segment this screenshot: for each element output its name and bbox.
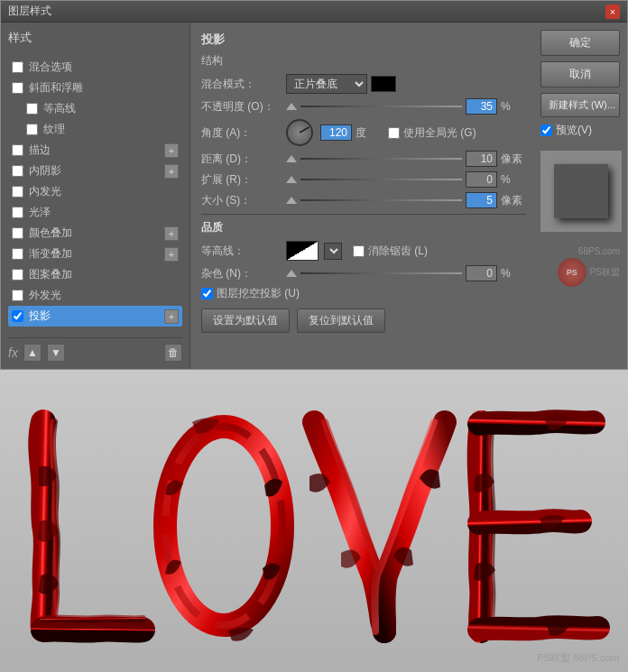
right-area: 投影 结构 混合模式： 正片叠底 不透明度 (O)： xyxy=(190,23,627,369)
outer-glow-checkbox[interactable] xyxy=(12,290,23,301)
anti-alias-row: 消除锯齿 (L) xyxy=(353,244,428,259)
blend-mode-label: 混合模式： xyxy=(201,77,282,92)
move-up-button[interactable]: ▲ xyxy=(23,344,42,362)
angle-label: 角度 (A)： xyxy=(201,125,282,141)
sidebar-item-pattern-overlay[interactable]: 图案叠加 xyxy=(8,264,182,285)
outer-glow-label: 外发光 xyxy=(29,288,179,303)
letter-V xyxy=(309,422,445,631)
fx-label: fx xyxy=(8,345,18,360)
size-slider xyxy=(286,197,462,204)
dialog-buttons-column: 确定 取消 新建样式 (W)... 预览(V) 68PS.com xyxy=(537,23,627,369)
noise-slider-handle[interactable] xyxy=(286,270,297,277)
noise-unit: % xyxy=(501,267,526,280)
size-slider-handle[interactable] xyxy=(286,197,297,204)
distance-slider-handle[interactable] xyxy=(286,155,297,162)
inner-shadow-checkbox[interactable] xyxy=(12,165,23,177)
color-overlay-checkbox[interactable] xyxy=(12,227,23,239)
canvas-area: PS联盟 68PS.com xyxy=(0,370,628,672)
blending-label: 混合选项 xyxy=(29,60,179,75)
sidebar-item-gradient-overlay[interactable]: 渐变叠加 + xyxy=(8,244,182,264)
sidebar-item-contour[interactable]: 等高线 xyxy=(8,98,182,119)
letter-L xyxy=(38,422,143,631)
size-input[interactable] xyxy=(466,192,497,208)
noise-slider xyxy=(286,270,462,277)
noise-label: 杂色 (N)： xyxy=(201,266,282,281)
new-style-button[interactable]: 新建样式 (W)... xyxy=(540,93,620,117)
contour-checkbox[interactable] xyxy=(26,103,38,115)
action-buttons: 设置为默认值 复位到默认值 xyxy=(201,308,526,333)
color-overlay-plus-icon[interactable]: + xyxy=(164,226,179,241)
spread-slider xyxy=(286,176,462,183)
spread-input[interactable] xyxy=(466,171,497,188)
right-top-section: 投影 结构 混合模式： 正片叠底 不透明度 (O)： xyxy=(190,23,627,369)
contour-swatch[interactable] xyxy=(286,241,319,261)
close-button[interactable]: × xyxy=(605,5,620,19)
blending-checkbox[interactable] xyxy=(12,61,23,73)
sidebar-item-texture[interactable]: 纹理 xyxy=(8,119,182,140)
satin-checkbox[interactable] xyxy=(12,207,23,218)
set-default-button[interactable]: 设置为默认值 xyxy=(201,308,290,333)
stroke-checkbox[interactable] xyxy=(12,144,23,156)
spread-slider-handle[interactable] xyxy=(286,176,297,183)
sidebar-item-drop-shadow[interactable]: 投影 + xyxy=(8,306,182,327)
drop-shadow-section-title: 投影 xyxy=(201,32,526,48)
blend-color-swatch[interactable] xyxy=(371,76,396,92)
anti-alias-label: 消除锯齿 (L) xyxy=(368,244,428,259)
separator-1 xyxy=(201,214,526,215)
inner-shadow-plus-icon[interactable]: + xyxy=(164,164,179,179)
layer-style-dialog: 图层样式 × 样式 混合选项 斜面和浮雕 等高线 纹理 xyxy=(0,0,628,370)
ps-badge-area: PS PS联盟 xyxy=(540,258,620,287)
size-slider-track xyxy=(300,199,462,201)
title-bar: 图层样式 × xyxy=(1,1,627,23)
canvas-watermark-text: PS联盟 68PS.com xyxy=(538,652,619,663)
blend-mode-select[interactable]: 正片叠底 xyxy=(286,74,367,94)
size-unit: 像素 xyxy=(501,193,526,208)
distance-unit: 像素 xyxy=(501,152,526,167)
knockout-checkbox[interactable] xyxy=(201,288,213,299)
texture-checkbox[interactable] xyxy=(26,124,38,135)
size-label: 大小 (S)： xyxy=(201,193,282,208)
opacity-slider-handle[interactable] xyxy=(286,103,297,110)
structure-title: 结构 xyxy=(201,53,526,69)
stroke-plus-icon[interactable]: + xyxy=(164,143,179,158)
styles-bottom-bar: fx ▲ ▼ 🗑 xyxy=(8,337,182,362)
sidebar-item-outer-glow[interactable]: 外发光 xyxy=(8,285,182,306)
sidebar-item-inner-shadow[interactable]: 内阴影 + xyxy=(8,161,182,181)
preview-checkbox[interactable] xyxy=(540,124,552,136)
reset-default-button[interactable]: 复位到默认值 xyxy=(297,308,385,333)
gradient-overlay-checkbox[interactable] xyxy=(12,248,23,260)
distance-input[interactable] xyxy=(466,151,497,167)
noise-row: 杂色 (N)： % xyxy=(201,265,526,281)
sidebar-item-color-overlay[interactable]: 颜色叠加 + xyxy=(8,223,182,244)
ok-button[interactable]: 确定 xyxy=(540,30,620,56)
bevel-checkbox[interactable] xyxy=(12,82,23,94)
cancel-button[interactable]: 取消 xyxy=(540,61,620,87)
angle-input[interactable] xyxy=(320,124,352,141)
sidebar-item-blending[interactable]: 混合选项 xyxy=(8,57,182,78)
global-light-checkbox[interactable] xyxy=(388,127,400,139)
contour-dropdown[interactable]: ▼ xyxy=(324,243,342,260)
angle-row: 角度 (A)： 度 使用全局光 (G) xyxy=(201,119,526,146)
spread-row: 扩展 (R)： % xyxy=(201,171,526,188)
sidebar-item-bevel[interactable]: 斜面和浮雕 xyxy=(8,78,182,98)
svg-point-1 xyxy=(165,427,282,625)
delete-button[interactable]: 🗑 xyxy=(164,344,182,362)
drop-shadow-plus-icon[interactable]: + xyxy=(164,309,179,324)
inner-glow-checkbox[interactable] xyxy=(12,186,23,198)
contour-label: 等高线： xyxy=(201,244,282,259)
gradient-overlay-plus-icon[interactable]: + xyxy=(164,247,179,262)
opacity-input[interactable] xyxy=(466,98,497,115)
styles-panel-title: 样式 xyxy=(8,30,182,50)
opacity-label: 不透明度 (O)： xyxy=(201,99,282,115)
move-down-button[interactable]: ▼ xyxy=(47,344,65,362)
angle-wheel[interactable] xyxy=(286,119,313,146)
sidebar-item-satin[interactable]: 光泽 xyxy=(8,202,182,223)
noise-input[interactable] xyxy=(466,265,497,281)
sidebar-item-stroke[interactable]: 描边 + xyxy=(8,140,182,161)
anti-alias-checkbox[interactable] xyxy=(353,245,365,257)
inner-glow-label: 内发光 xyxy=(29,184,179,199)
pattern-overlay-checkbox[interactable] xyxy=(12,269,23,281)
drop-shadow-checkbox[interactable] xyxy=(12,310,23,322)
sidebar-item-inner-glow[interactable]: 内发光 xyxy=(8,181,182,202)
angle-unit: 度 xyxy=(356,125,381,141)
